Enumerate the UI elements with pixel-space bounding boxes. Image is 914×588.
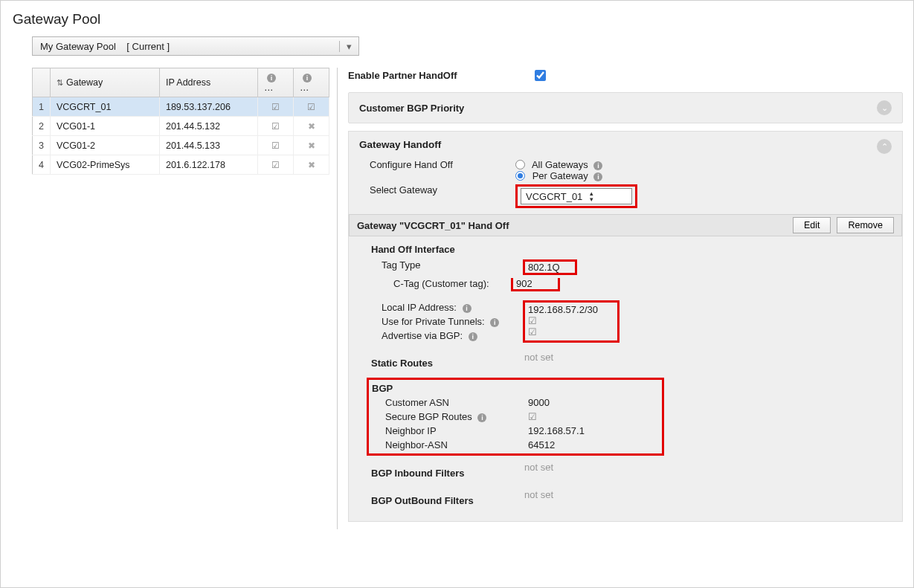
- pool-select-dropdown[interactable]: My Gateway Pool [ Current ] ▾: [32, 36, 359, 56]
- x-icon: [308, 121, 315, 132]
- neighbor-ip-label: Neighbor IP: [372, 425, 528, 436]
- pool-select-tag: [ Current ]: [126, 41, 170, 52]
- pool-select-name: My Gateway Pool: [40, 41, 116, 52]
- col-gateway[interactable]: ⇅Gateway: [50, 68, 159, 97]
- col-4[interactable]: …: [294, 68, 329, 97]
- advertise-via-bgp-label: Advertise via BGP:: [359, 330, 523, 341]
- check-icon: [528, 326, 537, 337]
- bgp-outbound-filters-title: BGP OutBound Filters: [361, 495, 524, 506]
- check-icon: [271, 140, 280, 151]
- chevron-collapse-icon[interactable]: ⌃: [877, 139, 892, 154]
- check-icon: [271, 102, 280, 112]
- bgp-inbound-filters-title: BGP Inbound Filters: [361, 468, 524, 479]
- enable-partner-handoff-label: Enable Partner HandOff: [348, 70, 457, 81]
- secure-bgp-label: Secure BGP Routes: [372, 411, 528, 422]
- radio-per-gateway-label: Per Gateway: [532, 170, 588, 181]
- info-icon[interactable]: [477, 413, 486, 422]
- customer-bgp-priority-accordion[interactable]: Customer BGP Priority ⌄: [348, 92, 903, 123]
- gateway-detail-header: Gateway "VCGCRT_01" Hand Off Edit Remove: [349, 214, 902, 236]
- bgp-inbound-filters-value: not set: [524, 462, 553, 482]
- gateway-table: ⇅Gateway IP Address … … 1 VCGCRT_01 189.…: [32, 68, 329, 175]
- select-arrows-icon: ▴▾: [587, 190, 631, 202]
- radio-all-gateways-label: All Gateways: [532, 159, 588, 170]
- check-icon: [307, 102, 315, 112]
- table-row[interactable]: 3 VCG01-2 201.44.5.133: [33, 136, 329, 155]
- check-icon: [528, 411, 537, 422]
- info-icon[interactable]: [490, 318, 499, 327]
- configure-handoff-label: Configure Hand Off: [359, 159, 515, 181]
- local-ip-value: 192.168.57.2/30: [528, 304, 614, 315]
- edit-button[interactable]: Edit: [793, 217, 831, 233]
- col-ip[interactable]: IP Address: [159, 68, 257, 97]
- x-icon: [308, 140, 315, 151]
- info-icon[interactable]: [463, 304, 472, 313]
- neighbor-ip-value: 192.168.57.1: [528, 425, 585, 436]
- info-icon: [303, 74, 312, 83]
- select-gateway-dropdown[interactable]: VCGCRT_01 ▴▾: [521, 188, 632, 204]
- tag-type-value: 802.1Q: [528, 262, 560, 273]
- ctag-label: C-Tag (Customer tag):: [359, 278, 523, 291]
- table-row[interactable]: 1 VCGCRT_01 189.53.137.206: [33, 97, 329, 117]
- check-icon: [528, 315, 537, 326]
- select-gateway-label: Select Gateway: [359, 184, 515, 208]
- x-icon: [308, 160, 315, 170]
- static-routes-value: not set: [524, 352, 553, 372]
- info-icon: [267, 74, 276, 83]
- radio-per-gateway[interactable]: [515, 171, 525, 181]
- chevron-down-icon: ▾: [339, 41, 358, 52]
- gateway-handoff-title: Gateway Handoff: [359, 139, 441, 150]
- table-row[interactable]: 2 VCG01-1 201.44.5.132: [33, 117, 329, 136]
- sort-icon: ⇅: [57, 78, 63, 87]
- info-icon[interactable]: [469, 332, 477, 341]
- info-icon[interactable]: [593, 161, 602, 170]
- ctag-value: 902: [516, 278, 532, 289]
- handoff-interface-title: Hand Off Interface: [361, 244, 892, 255]
- neighbor-asn-value: 64512: [528, 439, 555, 450]
- bgp-title: BGP: [372, 383, 659, 394]
- table-row[interactable]: 4 VCG02-PrimeSys 201.6.122.178: [33, 155, 329, 175]
- info-icon[interactable]: [593, 172, 602, 181]
- local-ip-label: Local IP Address:: [359, 302, 523, 313]
- use-private-tunnels-label: Use for Private Tunnels:: [359, 316, 523, 327]
- neighbor-asn-label: Neighbor-ASN: [372, 439, 528, 450]
- chevron-expand-icon: ⌄: [877, 100, 892, 115]
- page-title: Gateway Pool: [13, 11, 903, 28]
- bgp-outbound-filters-value: not set: [524, 489, 553, 509]
- accordion-title: Customer BGP Priority: [359, 103, 464, 114]
- gateway-handoff-panel: Gateway Handoff ⌃ Configure Hand Off All…: [348, 131, 903, 522]
- radio-all-gateways[interactable]: [515, 160, 525, 169]
- customer-asn-label: Customer ASN: [372, 397, 528, 408]
- static-routes-title: Static Routes: [361, 358, 524, 369]
- customer-asn-value: 9000: [528, 397, 550, 408]
- col-3[interactable]: …: [258, 68, 294, 97]
- remove-button[interactable]: Remove: [837, 217, 894, 233]
- check-icon: [271, 160, 280, 170]
- enable-partner-handoff-checkbox[interactable]: [535, 70, 546, 81]
- check-icon: [271, 121, 280, 132]
- tag-type-label: Tag Type: [359, 259, 523, 275]
